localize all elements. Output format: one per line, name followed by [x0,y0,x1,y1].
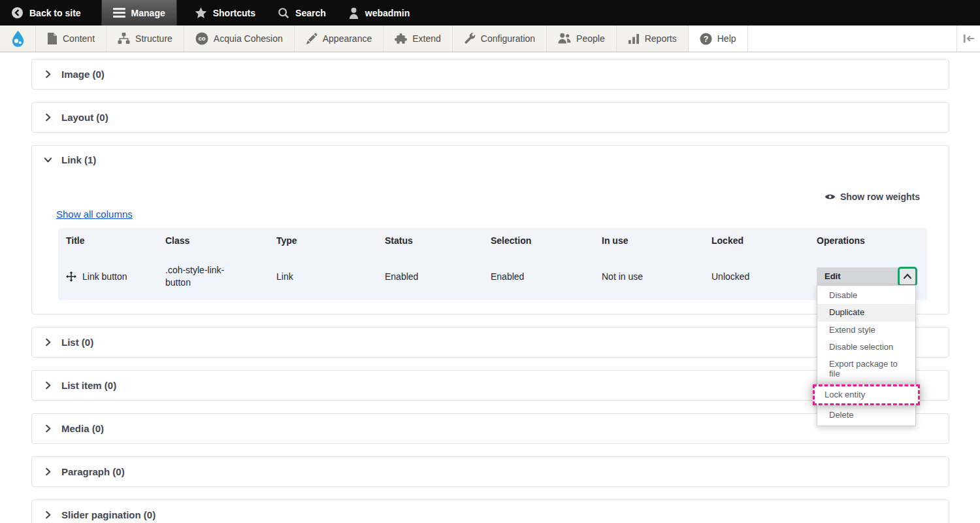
menu-acquia-cohesion[interactable]: co Acquia Cohesion [184,25,295,52]
edit-button[interactable]: Edit [817,271,898,281]
menu-extend[interactable]: Extend [384,25,453,52]
row-in-use-cell: Not in use [594,271,704,282]
menu-help-label: Help [717,33,736,44]
row-operations-cell: Edit Disable Duplicate Extend style [809,252,927,300]
search-button[interactable]: Search [267,0,337,25]
accordion-paragraph-title: Paragraph (0) [61,466,125,477]
accordion-list-title: List (0) [61,337,93,348]
menu-appearance[interactable]: Appearance [295,25,384,52]
chevron-right-icon [43,69,53,79]
menu-item-extend-style[interactable]: Extend style [817,322,915,339]
collapse-icon [962,33,976,44]
menu-item-export-package[interactable]: Export package to file [817,356,915,383]
shortcuts-label: Shortcuts [213,8,255,18]
menu-acquia-cohesion-label: Acquia Cohesion [214,33,283,44]
row-selection-cell: Enabled [483,271,594,282]
svg-text:?: ? [703,34,708,43]
show-all-columns-link[interactable]: Show all columns [56,209,133,220]
appearance-icon [306,33,318,44]
col-header-locked: Locked [704,235,809,246]
accordion-slider-pagination[interactable]: Slider pagination (0) [31,499,949,523]
chevron-right-icon [43,380,53,390]
menu-content[interactable]: Content [36,25,106,52]
admin-toolbar-bar: Back to site Manage Shortcuts Search web… [0,0,980,25]
chevron-right-icon [43,112,53,122]
back-to-site-button[interactable]: Back to site [0,0,92,25]
chevron-down-icon [43,155,53,165]
menu-item-duplicate[interactable]: Duplicate [817,304,915,321]
people-icon [558,33,571,44]
menu-item-disable-selection[interactable]: Disable selection [817,339,915,356]
user-icon [348,7,359,19]
manage-tab[interactable]: Manage [101,0,177,25]
row-title-text: Link button [82,271,127,282]
show-row-weights-label: Show row weights [840,192,920,202]
username-label: webadmin [365,8,410,18]
row-status-cell: Enabled [377,271,483,282]
operations-toggle-button[interactable] [898,267,917,286]
show-row-weights-toggle[interactable]: Show row weights [825,192,920,202]
structure-icon [118,33,130,44]
row-title-cell: Link button [58,271,157,282]
toolbar-collapse-button[interactable] [956,25,980,52]
menu-item-disable[interactable]: Disable [817,287,915,304]
menu-structure[interactable]: Structure [106,25,184,52]
chevron-right-icon [43,467,53,477]
menu-reports[interactable]: Reports [617,25,689,52]
accordion-paragraph[interactable]: Paragraph (0) [31,456,949,487]
chevron-right-icon [43,424,53,433]
shortcuts-tab[interactable]: Shortcuts [184,0,267,25]
menu-help[interactable]: ? Help [689,25,748,52]
col-header-type: Type [269,235,377,246]
accordion-media-title: Media (0) [61,423,104,434]
row-type-cell: Link [269,271,377,282]
accordion-image[interactable]: Image (0) [31,59,949,90]
configuration-icon [464,33,476,44]
menu-appearance-label: Appearance [323,33,372,44]
table-row: Link button .coh-style-link-button Link … [58,252,927,300]
accordion-image-title: Image (0) [61,69,105,80]
accordion-slider-pagination-title: Slider pagination (0) [61,509,155,520]
admin-menu-toolbar: Content Structure co Acquia Cohesion App… [0,25,980,52]
accordion-list-item[interactable]: List item (0) [31,370,949,401]
eye-icon [825,193,836,201]
drupal-admin-page: Back to site Manage Shortcuts Search web… [0,0,980,523]
main-content: Image (0) Layout (0) Link (1) Show row w… [0,52,980,523]
menu-content-label: Content [63,33,95,44]
menu-configuration-label: Configuration [481,33,535,44]
accordion-media[interactable]: Media (0) [31,413,949,444]
drupal-home-button[interactable] [0,25,36,52]
menu-item-delete[interactable]: Delete [817,407,915,424]
menu-configuration[interactable]: Configuration [453,25,547,52]
col-header-status: Status [377,235,483,246]
star-icon [195,7,207,19]
drag-handle-icon[interactable] [66,271,76,282]
accordion-layout-title: Layout (0) [61,112,108,123]
acquia-cohesion-icon: co [195,32,208,45]
search-label: Search [295,8,326,18]
operations-dropdown-menu: Disable Duplicate Extend style Disable s… [817,285,916,426]
col-header-class: Class [157,235,269,246]
row-class-cell: .coh-style-link-button [157,264,239,289]
operations-dropbutton: Edit [817,267,916,286]
accordion-layout[interactable]: Layout (0) [31,102,949,133]
manage-label: Manage [131,8,165,18]
menu-item-lock-entity[interactable]: Lock entity [815,386,918,403]
search-icon [278,7,289,19]
accordion-link-header[interactable]: Link (1) [43,154,96,165]
accordion-list[interactable]: List (0) [31,327,949,358]
menu-extend-label: Extend [412,33,441,44]
col-header-operations: Operations [809,235,927,246]
chevron-right-icon [43,510,53,520]
help-icon: ? [700,33,712,45]
row-locked-cell: Unlocked [704,271,809,282]
chevron-up-icon [903,273,912,279]
back-to-site-label: Back to site [29,8,81,18]
hamburger-icon [113,8,125,18]
menu-people[interactable]: People [547,25,617,52]
drupal-logo-icon [9,30,27,48]
menu-structure-label: Structure [135,33,172,44]
user-menu[interactable]: webadmin [337,0,421,25]
accordion-link-title: Link (1) [61,154,96,165]
table-header-row: Title Class Type Status Selection In use… [58,228,927,252]
